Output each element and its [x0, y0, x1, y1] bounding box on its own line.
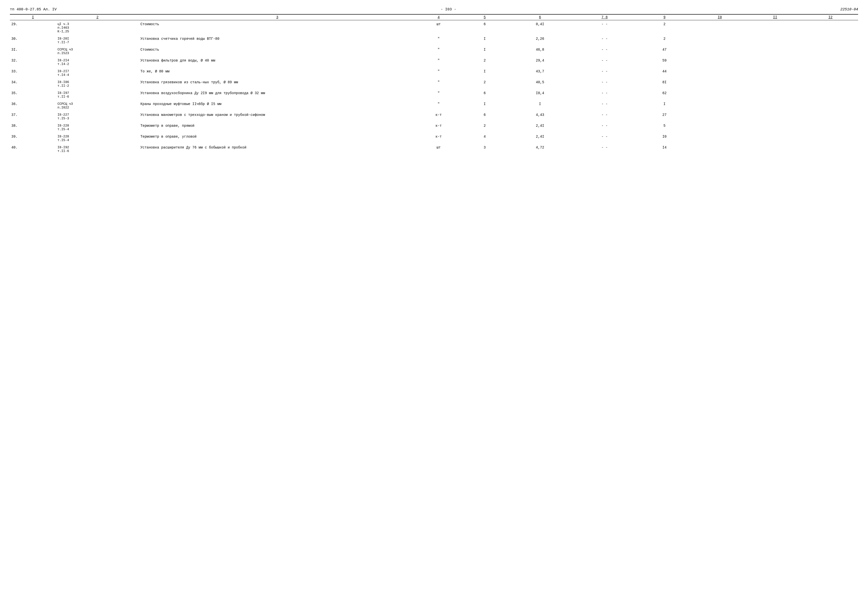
row-description: Установка манометров с трехходо-вым кран…	[139, 112, 416, 121]
row-unit: "	[416, 69, 461, 78]
row-col12	[803, 47, 858, 56]
row-code: I8-228 т.I5-4	[56, 123, 139, 132]
row-col12	[803, 91, 858, 99]
table-row: 40.I8-I92 т.II-6Установка расширителя Ду…	[10, 145, 858, 154]
row-description: Установка воздухосборника Ду 2I9 мм для …	[139, 91, 416, 99]
row-price: 2,26	[508, 36, 572, 45]
row-col78: - -	[572, 20, 637, 34]
col-header-12: I2	[803, 14, 858, 20]
row-col11	[747, 112, 803, 121]
row-col10	[692, 145, 748, 154]
row-price: 29,4	[508, 58, 572, 67]
spacer-row	[10, 56, 858, 58]
row-col78: - -	[572, 102, 637, 110]
row-col12	[803, 69, 858, 78]
row-unit: к-т	[416, 123, 461, 132]
row-col78: - -	[572, 58, 637, 67]
row-unit: к-т	[416, 134, 461, 143]
row-number: 33.	[10, 69, 56, 78]
row-quantity: I	[461, 47, 508, 56]
row-unit: "	[416, 102, 461, 110]
row-description: Стоимость	[139, 47, 416, 56]
row-col78: - -	[572, 69, 637, 78]
table-row: 29.цI ч.3 п.I463 К-I,25Стоимостьшт60,4I-…	[10, 20, 858, 34]
row-description: Установка расширителя Ду 76 мм с бобышко…	[139, 145, 416, 154]
row-price: 4,43	[508, 112, 572, 121]
row-code: ССРСЦ ч3 п.I022	[56, 102, 139, 110]
spacer-row	[10, 78, 858, 80]
table-header-row: I 2 3 4 5 6 7 8 9 I0 II I2	[10, 14, 858, 20]
spacer-row	[10, 154, 858, 156]
row-col78: - -	[572, 134, 637, 143]
row-col11	[747, 47, 803, 56]
row-number: 39.	[10, 134, 56, 143]
header-center: - I03 -	[441, 8, 457, 12]
spacer-row	[10, 110, 858, 112]
row-number: 34.	[10, 80, 56, 88]
row-number: 3I.	[10, 47, 56, 56]
row-quantity: 3	[461, 145, 508, 154]
row-col12	[803, 102, 858, 110]
row-description: Термометр в оправе, прямой	[139, 123, 416, 132]
row-number: 36.	[10, 102, 56, 110]
row-unit: шт	[416, 145, 461, 154]
row-col12	[803, 123, 858, 132]
row-col12	[803, 134, 858, 143]
table-row: 38.I8-228 т.I5-4Термометр в оправе, прям…	[10, 123, 858, 132]
spacer-row	[10, 132, 858, 134]
row-price: 40,5	[508, 80, 572, 88]
row-description: То же, Ø 80 мм	[139, 69, 416, 78]
row-code: I8-I97 т.II-6	[56, 91, 139, 99]
col-header-2: 2	[56, 14, 139, 20]
row-quantity: 2	[461, 80, 508, 88]
row-col10	[692, 80, 748, 88]
row-col11	[747, 58, 803, 67]
row-col12	[803, 36, 858, 45]
row-number: 40.	[10, 145, 56, 154]
row-quantity: 2	[461, 58, 508, 67]
row-col10	[692, 91, 748, 99]
row-price: 46,8	[508, 47, 572, 56]
row-description: Краны проходные муфтовые IIч6бр Ø I5 мм	[139, 102, 416, 110]
row-col9: I	[637, 102, 692, 110]
row-col12	[803, 20, 858, 34]
row-code: I8-2I4 т.I4-2	[56, 58, 139, 67]
row-price: 0,4I	[508, 20, 572, 34]
row-col10	[692, 134, 748, 143]
row-unit: "	[416, 80, 461, 88]
row-code: цI ч.3 п.I463 К-I,25	[56, 20, 139, 34]
row-unit: "	[416, 47, 461, 56]
spacer-row	[10, 99, 858, 102]
col-header-1: I	[10, 14, 56, 20]
row-quantity: 6	[461, 112, 508, 121]
col-header-9: 9	[637, 14, 692, 20]
row-description: Установка фильтров для воды, Ø 40 мм	[139, 58, 416, 67]
row-description: Установка счетчика горячей воды ВТГ-80	[139, 36, 416, 45]
row-price: 4,72	[508, 145, 572, 154]
row-col9: 8I	[637, 80, 692, 88]
row-description: Установка грязевиков из сталь-ных труб, …	[139, 80, 416, 88]
row-price: I0,4	[508, 91, 572, 99]
col-header-5: 5	[461, 14, 508, 20]
row-col78: - -	[572, 91, 637, 99]
row-price: 2,4I	[508, 123, 572, 132]
row-col78: - -	[572, 47, 637, 56]
row-col9: 59	[637, 58, 692, 67]
row-quantity: 6	[461, 20, 508, 34]
row-col11	[747, 69, 803, 78]
row-code: I8-I92 т.II-6	[56, 145, 139, 154]
col-header-11: II	[747, 14, 803, 20]
row-col9: 47	[637, 47, 692, 56]
row-col11	[747, 80, 803, 88]
row-col10	[692, 123, 748, 132]
row-col78: - -	[572, 80, 637, 88]
row-unit: к-т	[416, 112, 461, 121]
table-row: 36.ССРСЦ ч3 п.I022Краны проходные муфтов…	[10, 102, 858, 110]
spacer-row	[10, 67, 858, 69]
row-col9: 27	[637, 112, 692, 121]
row-col78: - -	[572, 112, 637, 121]
table-row: 32.I8-2I4 т.I4-2Установка фильтров для в…	[10, 58, 858, 67]
table-row: 30.I8-20I т.II-7Установка счетчика горяч…	[10, 36, 858, 45]
row-unit: "	[416, 36, 461, 45]
table-row: 33.I8-2I7 т.I4-4То же, Ø 80 мм"I43,7- -4…	[10, 69, 858, 78]
